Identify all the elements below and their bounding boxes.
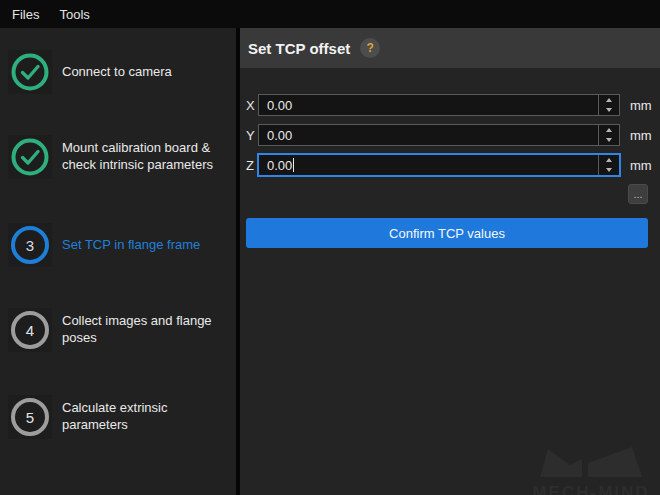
- x-input[interactable]: 0.00: [258, 94, 620, 116]
- x-spinner: [598, 95, 619, 115]
- y-input[interactable]: 0.00: [258, 124, 620, 146]
- text-caret: [293, 158, 294, 172]
- more-options-button[interactable]: ...: [628, 184, 648, 204]
- calibration-window: Files Tools Connect to camera Mount cali…: [0, 0, 660, 495]
- x-field-label: X: [246, 98, 258, 113]
- field-row-z: Z 0.00 mm: [246, 154, 652, 176]
- chevron-down-icon: [606, 108, 612, 112]
- steps-sidebar: Connect to camera Mount calibration boar…: [0, 28, 236, 495]
- step-mount-board[interactable]: Mount calibration board & check intrinsi…: [8, 135, 230, 179]
- mech-mind-watermark: MECH-MIND: [530, 443, 652, 495]
- step-2-label: Mount calibration board & check intrinsi…: [62, 140, 230, 174]
- step-collect-images[interactable]: 4 Collect images and flange poses: [8, 308, 230, 352]
- step-3-label: Set TCP in flange frame: [62, 237, 200, 254]
- watermark-text: MECH-MIND: [532, 483, 649, 495]
- step-4-label: Collect images and flange poses: [62, 313, 230, 347]
- mech-mind-logo-icon: [536, 443, 646, 479]
- menu-bar: Files Tools: [0, 0, 660, 28]
- y-input-value[interactable]: 0.00: [259, 125, 598, 145]
- step-5-number-circle: 5: [11, 398, 49, 436]
- y-spinner: [598, 125, 619, 145]
- step-calculate-extrinsic[interactable]: 5 Calculate extrinsic parameters: [8, 395, 230, 439]
- step-2-iconbox: [8, 135, 52, 179]
- step-3-number-circle: 3: [11, 226, 49, 264]
- help-icon[interactable]: ?: [360, 38, 380, 58]
- z-unit-label: mm: [630, 158, 652, 173]
- page-title: Set TCP offset: [248, 40, 350, 57]
- step-number: 3: [26, 237, 34, 254]
- chevron-down-icon: [606, 168, 612, 172]
- y-unit-label: mm: [630, 128, 652, 143]
- y-field-label: Y: [246, 128, 258, 143]
- z-input[interactable]: 0.00: [258, 154, 620, 176]
- check-circle-icon: [11, 138, 49, 176]
- menu-tools[interactable]: Tools: [55, 5, 93, 24]
- tcp-offset-panel: Set TCP offset ? X 0.00 mm Y 0.00: [240, 28, 660, 495]
- step-3-iconbox: 3: [8, 223, 52, 267]
- spin-down-button[interactable]: [599, 105, 619, 115]
- spin-up-button[interactable]: [599, 95, 619, 105]
- spin-down-button[interactable]: [599, 165, 619, 175]
- spin-up-button[interactable]: [599, 125, 619, 135]
- chevron-up-icon: [606, 128, 612, 132]
- chevron-up-icon: [606, 98, 612, 102]
- step-5-label: Calculate extrinsic parameters: [62, 400, 230, 434]
- confirm-tcp-button[interactable]: Confirm TCP values: [246, 218, 648, 248]
- check-circle-icon: [11, 53, 49, 91]
- step-4-number-circle: 4: [11, 311, 49, 349]
- z-spinner: [598, 155, 619, 175]
- x-unit-label: mm: [630, 98, 652, 113]
- z-field-label: Z: [246, 158, 258, 173]
- z-input-value[interactable]: 0.00: [259, 155, 598, 175]
- step-set-tcp[interactable]: 3 Set TCP in flange frame: [8, 223, 230, 267]
- step-1-label: Connect to camera: [62, 64, 172, 81]
- chevron-down-icon: [606, 138, 612, 142]
- spin-up-button[interactable]: [599, 155, 619, 165]
- field-row-x: X 0.00 mm: [246, 94, 652, 116]
- panel-header: Set TCP offset ?: [240, 28, 660, 68]
- step-connect-camera[interactable]: Connect to camera: [8, 50, 230, 94]
- chevron-up-icon: [606, 158, 612, 162]
- field-row-y: Y 0.00 mm: [246, 124, 652, 146]
- step-4-iconbox: 4: [8, 308, 52, 352]
- step-number: 5: [26, 409, 34, 426]
- step-number: 4: [26, 322, 34, 339]
- x-input-value[interactable]: 0.00: [259, 95, 598, 115]
- step-1-iconbox: [8, 50, 52, 94]
- menu-files[interactable]: Files: [8, 5, 43, 24]
- step-5-iconbox: 5: [8, 395, 52, 439]
- spin-down-button[interactable]: [599, 135, 619, 145]
